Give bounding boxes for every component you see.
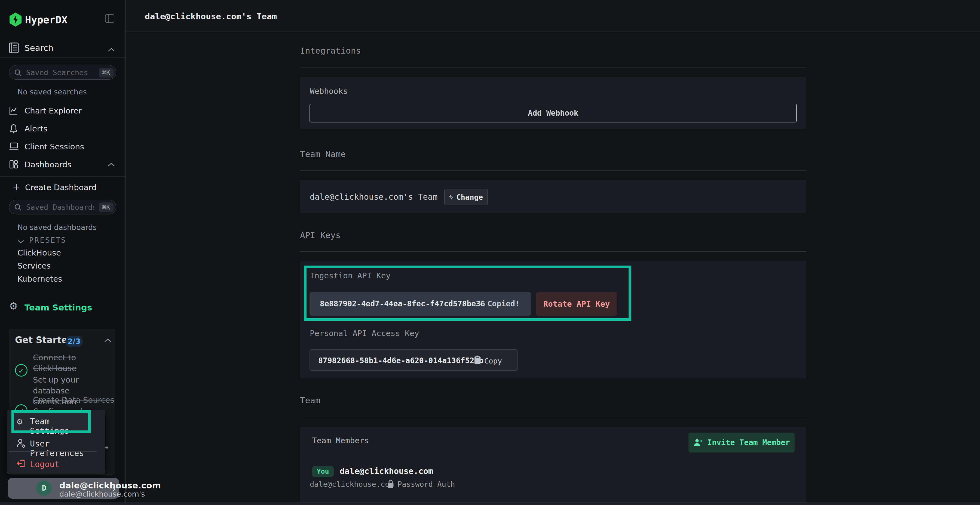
plus-icon: + [13, 181, 21, 192]
chevron-up-icon[interactable] [104, 338, 111, 342]
no-saved-searches-note: No saved searches [18, 87, 87, 96]
sidebar-item-client-sessions[interactable]: Client Sessions [0, 139, 126, 154]
sidebar-item-dashboards[interactable]: Dashboards [0, 157, 126, 173]
copied-confirmation: ✓ Copied! [478, 299, 520, 308]
gear-icon: ⚙ [9, 300, 18, 311]
team-members-label: Team Members [312, 436, 369, 445]
dashboard-grid-icon [9, 160, 18, 170]
add-webhook-button[interactable]: Add Webhook [310, 104, 797, 122]
annotation-highlight-menu [11, 410, 91, 433]
you-badge: You [312, 466, 334, 477]
chevron-up-icon [108, 48, 115, 52]
laptop-icon [9, 142, 19, 152]
user-gear-icon [16, 438, 26, 449]
invite-label: Invite Team Member [707, 438, 790, 447]
presets-label: PRESETS [29, 236, 67, 245]
ingestion-key-value: 8e887902-4ed7-44ea-8fec-f47cd578be36 [320, 299, 485, 308]
invite-team-member-button[interactable]: Invite Team Member [689, 433, 795, 453]
page-topbar: dale@clickhouse.com's Team [126, 0, 980, 32]
sidebar-item-label: Chart Explorer [24, 106, 82, 115]
chevron-up-icon [108, 163, 115, 167]
clipboard-icon [473, 355, 482, 366]
change-label: Change [456, 193, 483, 201]
integrations-heading: Integrations [300, 46, 361, 56]
auth-method-label: Password Auth [398, 480, 455, 488]
divider [300, 67, 806, 67]
member-sub-email: dale@clickhouse.com [310, 480, 394, 488]
ingestion-key-chip[interactable]: 8e887902-4ed7-44ea-8fec-f47cd578be36 ✓ C… [310, 292, 531, 316]
preset-kubernetes[interactable]: Kubernetes [18, 274, 62, 284]
user-account-chip[interactable]: D dale@clickhouse.com dale@clickhouse.co… [8, 478, 119, 499]
divider [300, 417, 806, 418]
shortcut-badge: ⌘K [99, 202, 113, 212]
sidebar-item-chart-explorer[interactable]: Chart Explorer [0, 103, 126, 119]
chart-line-icon [9, 106, 18, 116]
api-keys-heading: API Keys [300, 230, 340, 240]
check-circle-icon: ✓ [15, 364, 27, 376]
menu-label: User Preferences [30, 439, 91, 458]
personal-key-chip[interactable]: 87982668-58b1-4d6e-a620-014a136f52eb Cop… [310, 349, 518, 371]
bell-icon [9, 124, 18, 135]
menu-item-logout[interactable]: Logout [14, 457, 91, 473]
sidebar-item-label: Dashboards [24, 160, 71, 169]
app-title: HyperDX [25, 14, 67, 26]
divider [300, 251, 806, 252]
user-team-name: dale@clickhouse.com's [59, 490, 145, 498]
preset-services[interactable]: Services [18, 261, 51, 270]
sidebar-item-label: Client Sessions [24, 142, 84, 151]
change-team-name-button[interactable]: ✎Change [444, 189, 488, 205]
sidebar-collapse-icon[interactable] [105, 14, 115, 23]
preset-clickhouse[interactable]: ClickHouse [18, 248, 61, 257]
saved-dashboards-input[interactable]: ⌘K [9, 200, 116, 214]
saved-dashboards-field[interactable] [26, 200, 94, 214]
search-icon [14, 203, 22, 211]
divider [300, 170, 806, 171]
avatar: D [37, 481, 52, 496]
team-name-heading: Team Name [300, 149, 346, 159]
get-started-item-title[interactable]: Create Data Sources [33, 395, 115, 405]
get-started-item-title[interactable]: Connect to ClickHouse [33, 352, 88, 374]
webhooks-label: Webhooks [310, 87, 348, 96]
create-dashboard-button[interactable]: + Create Dashboard [0, 179, 126, 195]
sidebar-item-alerts[interactable]: Alerts [0, 121, 126, 137]
menu-item-user-preferences[interactable]: User Preferences [14, 436, 91, 452]
user-email: dale@clickhouse.com [59, 481, 161, 490]
member-email: dale@clickhouse.com [340, 466, 433, 476]
search-icon [14, 69, 22, 76]
page-title: dale@clickhouse.com's Team [145, 11, 277, 21]
saved-searches-field[interactable] [26, 65, 94, 79]
copy-button[interactable]: Copy [484, 357, 502, 365]
personal-api-key-label: Personal API Access Key [310, 329, 419, 338]
team-settings-label: Team Settings [24, 303, 92, 312]
divider [0, 57, 126, 58]
chevron-down-icon [18, 240, 24, 243]
ingestion-api-key-label: Ingestion API Key [310, 271, 391, 280]
menu-divider [9, 451, 97, 452]
card-divider [300, 460, 806, 461]
bottom-edge-band [0, 503, 980, 505]
progress-badge: 2/3 [65, 336, 83, 347]
lock-icon [387, 480, 394, 490]
get-started-title: Get Started [15, 335, 74, 345]
presets-toggle[interactable]: PRESETS [18, 236, 67, 245]
hyperdx-logo-icon [9, 13, 22, 28]
team-name-value: dale@clickhouse.com's Team [310, 192, 438, 202]
saved-searches-input[interactable]: ⌘K [9, 65, 116, 80]
search-section-label: Search [24, 43, 54, 53]
sidebar: HyperDX Search ⌘K No saved searches Char… [0, 0, 126, 505]
pencil-icon: ✎ [449, 193, 453, 201]
personal-key-value: 87982668-58b1-4d6e-a620-014a136f52eb [318, 356, 484, 365]
logout-icon [16, 459, 26, 469]
menu-label: Logout [30, 460, 59, 469]
create-dashboard-label: Create Dashboard [25, 183, 97, 192]
journal-icon [9, 43, 19, 54]
sidebar-item-team-settings[interactable]: ⚙ Team Settings [0, 299, 126, 315]
person-plus-icon [693, 438, 703, 447]
team-heading: Team [300, 395, 320, 405]
section-search[interactable]: Search [0, 41, 126, 57]
rotate-api-key-button[interactable]: Rotate API Key [536, 292, 617, 316]
sidebar-item-label: Alerts [24, 124, 48, 133]
no-saved-dashboards-note: No saved dashboards [18, 223, 97, 232]
shortcut-badge: ⌘K [99, 68, 113, 78]
chevron-right-icon: › [112, 483, 116, 495]
